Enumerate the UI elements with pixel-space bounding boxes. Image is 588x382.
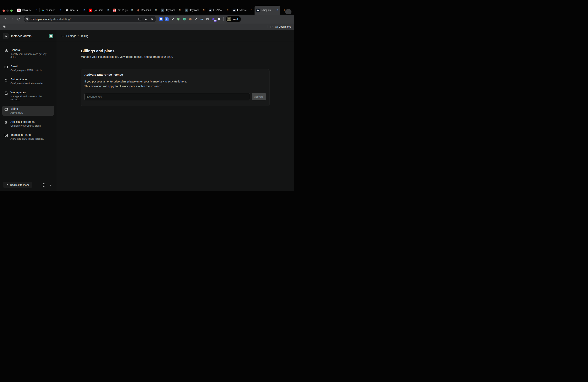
url-text: mario.plane.one/god-mode/billing/ <box>31 18 137 21</box>
forward-arrow-icon <box>10 17 14 21</box>
close-tab-icon[interactable]: × <box>35 9 38 12</box>
tab-title: Billing an <box>261 9 274 11</box>
sidebar-item-email[interactable]: EmailConfigure your SMTP controls. <box>2 63 54 73</box>
green-shield-icon[interactable] <box>177 17 180 21</box>
pen-icon[interactable] <box>171 17 174 21</box>
redirect-to-plane-button[interactable]: Redirect to Plane <box>3 182 32 188</box>
sidebar-item-label: Email <box>10 64 42 68</box>
vldb-icon: VLDB <box>113 9 116 12</box>
close-tab-icon[interactable]: × <box>178 9 181 12</box>
browser-tab[interactable]: LDAP Au× <box>231 6 254 15</box>
close-tab-icon[interactable]: × <box>130 9 134 12</box>
browser-tab[interactable]: Keycloak× <box>159 6 183 15</box>
forward-button[interactable] <box>9 16 15 22</box>
password-key-icon[interactable] <box>144 18 147 21</box>
sidebar-item-general[interactable]: GeneralIdentify your instances and get k… <box>2 47 54 60</box>
browser-tab-active[interactable]: Billing an× <box>254 6 280 15</box>
profile-chip[interactable]: Work <box>226 16 241 22</box>
sidebar: Instance admin N GeneralIdentify your in… <box>0 30 56 191</box>
tab-search-button[interactable] <box>285 9 292 14</box>
breadcrumb-billing: Billing <box>81 34 88 38</box>
teal-blob-icon[interactable] <box>182 17 186 21</box>
browser-menu-button[interactable]: ⋮ <box>243 17 247 21</box>
reload-button[interactable] <box>16 16 22 22</box>
toolbar-divider <box>223 17 224 21</box>
dark-globe-icon[interactable] <box>194 17 198 21</box>
avatar <box>227 17 231 21</box>
bitwarden-shield-icon[interactable] <box>159 17 163 21</box>
browser-tab[interactable]: VLDBp2101-ya× <box>111 6 135 15</box>
site-settings-button[interactable] <box>24 16 30 22</box>
back-button[interactable] <box>3 16 9 22</box>
m-letter-icon[interactable]: m <box>200 17 204 21</box>
sidebar-item-billing[interactable]: BillingActive plans <box>2 106 54 116</box>
main-panel: Settings > Billing Billings and plans Ma… <box>56 30 294 191</box>
window-controls <box>2 10 13 12</box>
minimize-window-button[interactable] <box>6 10 9 12</box>
book-icon <box>65 9 68 12</box>
sidebar-item-text: WorkspacesManage all workspaces on this … <box>10 91 48 101</box>
sidebar-header: Instance admin N <box>0 30 56 42</box>
browser-tab[interactable]: (5) Taara× <box>87 6 111 15</box>
close-tab-icon[interactable]: × <box>106 9 110 12</box>
help-button[interactable] <box>42 183 46 187</box>
billing-content: Billings and plans Manage your instance … <box>81 42 270 106</box>
breadcrumb-settings[interactable]: Settings <box>66 34 76 38</box>
browser-toolbar: mario.plane.one/god-mode/billing/ ❄m14 W… <box>0 15 294 23</box>
bookmarks-divider <box>267 25 267 28</box>
sidebar-item-workspaces[interactable]: WorkspacesManage all workspaces on this … <box>2 89 54 103</box>
omnibox-actions <box>138 18 154 21</box>
tab-title: (5) Taara <box>94 9 105 11</box>
sidebar-item-description: Configure your SMTP controls. <box>10 69 42 72</box>
gear-icon <box>4 49 8 59</box>
settings-gear-icon <box>62 34 64 38</box>
close-tab-icon[interactable]: × <box>83 9 86 12</box>
cookie-icon[interactable] <box>188 17 192 21</box>
browser-tab[interactable]: MInbox (5× <box>16 6 39 15</box>
collapse-sidebar-button[interactable] <box>49 183 53 187</box>
breadcrumb: Settings > Billing <box>56 30 294 42</box>
chevron-down-icon <box>287 11 290 13</box>
tab-title: What is <box>70 9 81 11</box>
close-tab-icon[interactable]: × <box>226 9 229 12</box>
sidebar-footer: Redirect to Plane <box>0 179 56 191</box>
sidebar-item-artificial-intelligence[interactable]: Artificial intelligenceConfigure your Op… <box>2 119 54 129</box>
puzzle-icon[interactable] <box>217 17 221 21</box>
browser-tab[interactable]: What is × <box>63 6 87 15</box>
tune-icon <box>26 18 29 21</box>
camera-icon[interactable] <box>206 17 210 21</box>
sidebar-item-text: EmailConfigure your SMTP controls. <box>10 64 42 72</box>
close-tab-icon[interactable]: × <box>154 9 158 12</box>
sidebar-item-label: Workspaces <box>10 91 48 94</box>
browser-tab[interactable]: Backend× <box>135 6 159 15</box>
browser-tab[interactable]: sandeep× <box>40 6 63 15</box>
install-app-icon[interactable] <box>138 18 142 21</box>
instance-admin-logo <box>3 33 9 39</box>
activate-button[interactable]: Activate <box>252 93 266 100</box>
browser-tab[interactable]: Keycloak× <box>183 6 207 15</box>
starburst-icon <box>137 9 140 12</box>
user-avatar-badge[interactable]: N <box>49 34 53 38</box>
lock-icon <box>4 78 8 85</box>
plane-icon <box>256 9 260 12</box>
sidebar-nav: GeneralIdentify your instances and get k… <box>0 42 56 142</box>
close-tab-icon[interactable]: × <box>250 9 253 12</box>
browser-tab[interactable]: LDAP Au× <box>207 6 231 15</box>
purple-diamond-icon[interactable]: 14 <box>211 17 215 21</box>
snowflake-icon[interactable]: ❄ <box>165 17 168 21</box>
tab-title: Backend <box>141 9 153 11</box>
close-tab-icon[interactable]: × <box>59 9 62 12</box>
address-bar[interactable]: mario.plane.one/god-mode/billing/ <box>24 16 156 22</box>
sidebar-item-authentication[interactable]: AuthenticationConfigure authentication m… <box>2 76 54 86</box>
extensions-row: ❄m14 <box>159 17 221 21</box>
profile-name: Work <box>233 18 239 21</box>
close-tab-icon[interactable]: × <box>202 9 205 12</box>
close-window-button[interactable] <box>2 10 5 12</box>
all-bookmarks-button[interactable]: All Bookmarks <box>267 25 291 28</box>
license-key-input[interactable] <box>84 93 250 100</box>
bookmark-star-icon[interactable] <box>150 18 154 21</box>
zoom-window-button[interactable] <box>10 10 13 12</box>
sidebar-item-images-in-plane[interactable]: Images in PlaneAllow third-party image l… <box>2 132 54 142</box>
close-tab-icon[interactable]: × <box>276 9 279 12</box>
tab-groups-button[interactable] <box>3 25 6 28</box>
